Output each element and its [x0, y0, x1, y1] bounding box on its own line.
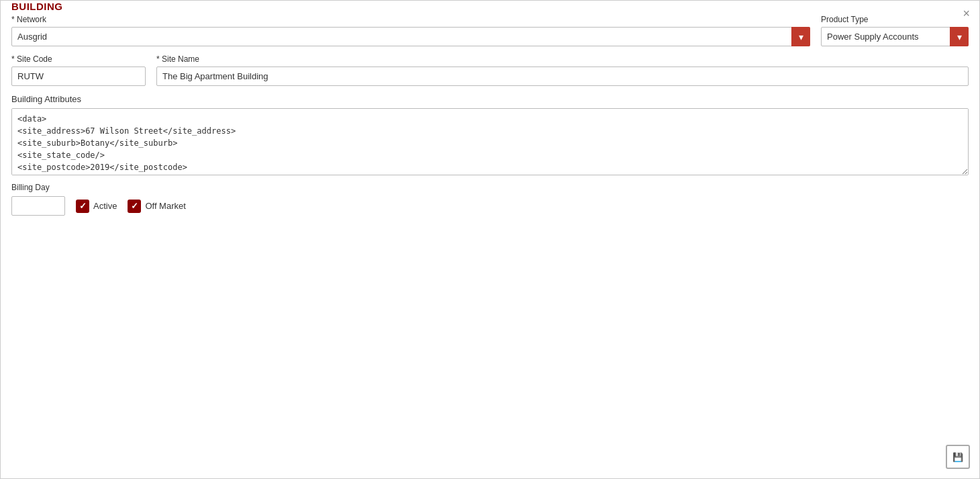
site-name-input[interactable]: [156, 67, 969, 86]
product-type-field-group: Product Type Power Supply Accounts: [821, 15, 969, 46]
building-attributes-textarea[interactable]: <data> <site_address>67 Wilson Street</s…: [11, 108, 969, 175]
building-attributes-label: Building Attributes: [11, 94, 969, 104]
site-name-field-group: * Site Name: [156, 54, 969, 86]
billing-section: Billing Day Active Off Market: [11, 183, 969, 216]
billing-day-label: Billing Day: [11, 183, 969, 192]
billing-row: Active Off Market: [11, 196, 969, 216]
building-dialog: BUILDING × * Network Ausgrid Product Typ…: [0, 0, 980, 479]
save-icon: 💾: [952, 452, 963, 462]
building-attributes-section: Building Attributes <data> <site_address…: [11, 94, 969, 177]
network-label: * Network: [11, 15, 810, 24]
off-market-checkbox[interactable]: [128, 200, 141, 213]
site-name-label: * Site Name: [156, 54, 969, 64]
close-button[interactable]: ×: [963, 7, 970, 19]
network-select[interactable]: Ausgrid: [11, 27, 810, 46]
active-checkbox-group: Active: [76, 200, 117, 213]
save-button[interactable]: 💾: [946, 445, 970, 469]
product-type-label: Product Type: [821, 15, 969, 24]
building-attributes-container: <data> <site_address>67 Wilson Street</s…: [11, 108, 969, 177]
off-market-checkbox-group: Off Market: [128, 200, 185, 213]
site-code-label: * Site Code: [11, 54, 146, 64]
network-field-group: * Network Ausgrid: [11, 15, 810, 46]
form-area: * Network Ausgrid Product Type Power Sup…: [1, 12, 979, 226]
site-code-field-group: * Site Code: [11, 54, 146, 86]
product-type-select-wrapper: Power Supply Accounts: [821, 27, 969, 46]
active-label: Active: [93, 201, 117, 211]
network-select-wrapper: Ausgrid: [11, 27, 810, 46]
site-code-input[interactable]: [11, 67, 146, 86]
active-checkbox[interactable]: [76, 200, 89, 213]
row-site: * Site Code * Site Name: [11, 54, 969, 86]
billing-day-input[interactable]: [11, 196, 65, 216]
row-network-product: * Network Ausgrid Product Type Power Sup…: [11, 15, 969, 46]
off-market-label: Off Market: [145, 201, 185, 211]
product-type-select[interactable]: Power Supply Accounts: [821, 27, 969, 46]
